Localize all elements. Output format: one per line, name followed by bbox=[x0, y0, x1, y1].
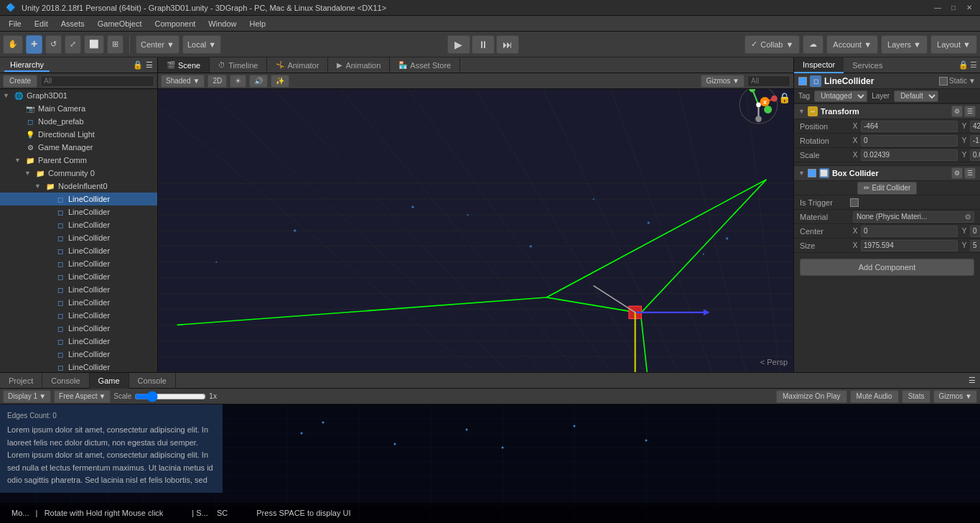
hierarchy-tab[interactable]: Hierarchy bbox=[4, 59, 50, 72]
layer-dropdown[interactable]: Default bbox=[894, 91, 938, 102]
menu-help[interactable]: Help bbox=[243, 18, 271, 29]
collab-dropdown[interactable]: ✓ Collab ▼ bbox=[745, 35, 800, 54]
static-checkbox[interactable] bbox=[939, 77, 948, 85]
rot-y-input[interactable] bbox=[970, 135, 980, 147]
tree-community-0[interactable]: ▼ 📁 Community 0 bbox=[0, 167, 157, 180]
display-dropdown[interactable]: Display 1 ▼ bbox=[3, 390, 51, 403]
material-field[interactable]: None (Physic Materi... ⊙ bbox=[853, 211, 974, 223]
tree-linecollider-8[interactable]: ◻ LineCollider bbox=[0, 296, 157, 309]
tab-console-left[interactable]: Console bbox=[42, 373, 89, 389]
stats-btn[interactable]: Stats bbox=[902, 390, 931, 403]
tool-move[interactable]: ✚ bbox=[26, 35, 42, 54]
pause-button[interactable]: ⏸ bbox=[472, 35, 495, 54]
pos-y-input[interactable] bbox=[970, 121, 980, 132]
tree-linecollider-2[interactable]: ◻ LineCollider bbox=[0, 218, 157, 231]
size-x-input[interactable] bbox=[861, 240, 958, 251]
inspector-menu-icon[interactable]: ☰ bbox=[970, 60, 977, 70]
hierarchy-lock-icon[interactable]: 🔒 bbox=[133, 60, 143, 70]
scale-x-input[interactable] bbox=[861, 149, 958, 161]
tab-scene[interactable]: 🎬 Scene bbox=[158, 57, 210, 73]
tree-nodeinfluent0[interactable]: ▼ 📁 NodeInfluent0 bbox=[0, 180, 157, 193]
layers-dropdown[interactable]: Layers ▼ bbox=[881, 35, 928, 54]
step-button[interactable]: ⏭ bbox=[496, 35, 519, 54]
tab-game[interactable]: Game bbox=[90, 373, 129, 389]
cloud-btn[interactable]: ☁ bbox=[803, 35, 823, 54]
audio-toggle[interactable]: 🔊 bbox=[249, 75, 268, 88]
maximize-on-play-btn[interactable]: Maximize On Play bbox=[776, 390, 847, 403]
tree-parent-comm[interactable]: ▼ 📁 Parent Comm bbox=[0, 154, 157, 167]
tree-game-manager[interactable]: ⚙ Game Manager bbox=[0, 141, 157, 154]
rot-x-input[interactable] bbox=[861, 135, 958, 147]
menu-gameobject[interactable]: GameObject bbox=[92, 18, 148, 29]
layout-dropdown[interactable]: Layout ▼ bbox=[930, 35, 977, 54]
tag-dropdown[interactable]: Untagged bbox=[814, 91, 867, 102]
aspect-dropdown[interactable]: Free Aspect ▼ bbox=[54, 390, 111, 403]
add-component-button[interactable]: Add Component bbox=[800, 259, 974, 276]
tool-multi[interactable]: ⊞ bbox=[107, 35, 123, 54]
tree-main-camera[interactable]: 📷 Main Camera bbox=[0, 102, 157, 115]
tree-node-prefab[interactable]: ◻ Node_prefab bbox=[0, 115, 157, 128]
transform-menu-btn[interactable]: ☰ bbox=[964, 106, 976, 117]
menu-file[interactable]: File bbox=[3, 18, 27, 29]
inspector-lock-icon[interactable]: 🔒 bbox=[958, 60, 969, 70]
tree-linecollider-12[interactable]: ◻ LineCollider bbox=[0, 348, 157, 361]
tool-hand[interactable]: ✋ bbox=[3, 35, 23, 54]
inspector-tab[interactable]: Inspector bbox=[794, 57, 844, 73]
account-dropdown[interactable]: Account ▼ bbox=[826, 35, 878, 54]
tool-rotate[interactable]: ↺ bbox=[45, 35, 62, 54]
tree-linecollider-3[interactable]: ◻ LineCollider bbox=[0, 231, 157, 244]
tree-linecollider-6[interactable]: ◻ LineCollider bbox=[0, 270, 157, 283]
gizmos-dropdown[interactable]: Gizmos ▼ bbox=[701, 75, 745, 88]
game-content[interactable]: Edges Count: 0 Lorem ipsum dolor sit ame… bbox=[0, 404, 980, 523]
center-x-input[interactable] bbox=[861, 226, 958, 237]
menu-component[interactable]: Component bbox=[149, 18, 201, 29]
menu-window[interactable]: Window bbox=[202, 18, 242, 29]
transform-section-header[interactable]: ▼ ↔ Transform ⚙ ☰ bbox=[794, 103, 980, 119]
tree-directional-light[interactable]: 💡 Directional Light bbox=[0, 128, 157, 141]
tree-linecollider-0[interactable]: ◻ LineCollider bbox=[0, 193, 157, 205]
scene-view[interactable]: x < Persp 🔒 bbox=[158, 89, 793, 372]
scene-search[interactable] bbox=[747, 75, 790, 87]
close-btn[interactable]: ✕ bbox=[964, 3, 974, 13]
2d-toggle[interactable]: 2D bbox=[207, 75, 227, 88]
tab-asset-store[interactable]: 🏪 Asset Store bbox=[390, 57, 460, 73]
tree-linecollider-4[interactable]: ◻ LineCollider bbox=[0, 244, 157, 257]
fx-toggle[interactable]: ✨ bbox=[271, 75, 289, 88]
scale-slider[interactable] bbox=[134, 393, 206, 400]
tool-rect[interactable]: ⬜ bbox=[84, 35, 104, 54]
tree-linecollider-9[interactable]: ◻ LineCollider bbox=[0, 309, 157, 322]
maximize-btn[interactable]: □ bbox=[948, 3, 958, 13]
boxcollider-settings-btn[interactable]: ⚙ bbox=[951, 167, 963, 179]
tab-animation[interactable]: ▶ Animation bbox=[328, 57, 390, 73]
lighting-toggle[interactable]: ☀ bbox=[230, 75, 246, 88]
mute-audio-btn[interactable]: Mute Audio bbox=[850, 390, 899, 403]
boxcollider-section-header[interactable]: ▼ ⬜ Box Collider ⚙ ☰ bbox=[794, 165, 980, 181]
tree-linecollider-10[interactable]: ◻ LineCollider bbox=[0, 322, 157, 335]
tree-root[interactable]: ▼ 🌐 Graph3D01 bbox=[0, 89, 157, 102]
tool-scale[interactable]: ⤢ bbox=[65, 35, 81, 54]
size-y-input[interactable] bbox=[970, 240, 980, 251]
scale-y-input[interactable] bbox=[970, 149, 980, 161]
shading-dropdown[interactable]: Shaded ▼ bbox=[161, 75, 205, 88]
bottom-panel-menu[interactable]: ☰ bbox=[969, 376, 980, 385]
menu-edit[interactable]: Edit bbox=[29, 18, 54, 29]
tree-linecollider-1[interactable]: ◻ LineCollider bbox=[0, 205, 157, 218]
pos-x-input[interactable] bbox=[861, 121, 958, 132]
boxcollider-menu-btn[interactable]: ☰ bbox=[964, 167, 976, 179]
hierarchy-search[interactable] bbox=[40, 75, 154, 87]
center-y-input[interactable] bbox=[970, 226, 980, 237]
local-btn[interactable]: Local ▼ bbox=[182, 35, 221, 54]
play-button[interactable]: ▶ bbox=[447, 35, 470, 54]
transform-settings-btn[interactable]: ⚙ bbox=[951, 106, 963, 117]
tab-animator[interactable]: 🤸 Animator bbox=[267, 57, 328, 73]
tree-linecollider-13[interactable]: ◻ LineCollider bbox=[0, 361, 157, 372]
pivot-btn[interactable]: Center ▼ bbox=[136, 35, 179, 54]
tab-timeline[interactable]: ⏱ Timeline bbox=[210, 57, 267, 73]
boxcollider-enable-checkbox[interactable] bbox=[808, 169, 816, 177]
tree-linecollider-5[interactable]: ◻ LineCollider bbox=[0, 257, 157, 270]
minimize-btn[interactable]: — bbox=[933, 3, 943, 13]
edit-collider-button[interactable]: ✏ Edit Collider bbox=[857, 182, 918, 195]
game-gizmos-dropdown[interactable]: Gizmos ▼ bbox=[933, 390, 977, 403]
tree-linecollider-11[interactable]: ◻ LineCollider bbox=[0, 335, 157, 348]
create-button[interactable]: Create bbox=[3, 75, 37, 88]
